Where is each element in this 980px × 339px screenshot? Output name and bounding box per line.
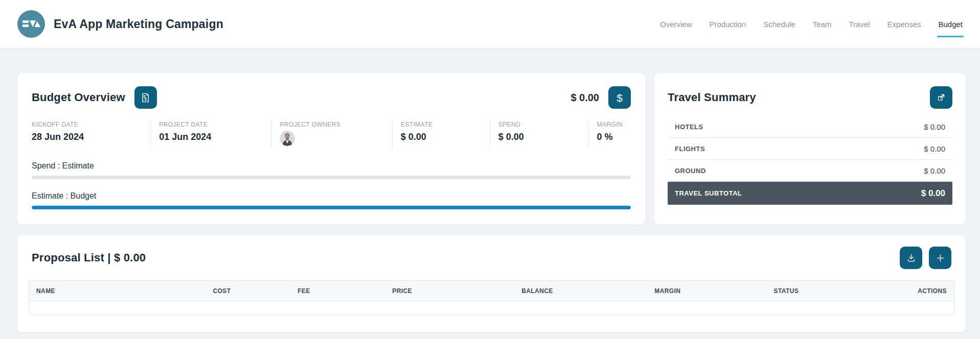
page-title: EvA App Marketing Campaign [54, 17, 223, 31]
travel-row-ground: GROUND $ 0.00 [668, 160, 952, 182]
progress-label: Spend : Estimate [32, 161, 631, 171]
proposal-actions [900, 247, 951, 269]
travel-row-hotels: HOTELS $ 0.00 [668, 116, 952, 138]
field-value: $ 0.00 [498, 132, 580, 142]
proposal-list-card: Proposal List | $ 0.00 [17, 235, 966, 332]
budget-total-amount: $ 0.00 [571, 92, 599, 104]
svg-text:$: $ [144, 96, 147, 102]
col-fee: FEE [298, 287, 392, 295]
budget-overview-card: Budget Overview $ [17, 73, 645, 225]
app-header: EvA App Marketing Campaign Overview Prod… [0, 0, 980, 49]
arrow-up-right-icon [936, 92, 946, 103]
col-price: PRICE [392, 287, 521, 295]
field-label: MARGIN [597, 121, 623, 128]
travel-rows: HOTELS $ 0.00 FLIGHTS $ 0.00 GROUND $ 0.… [668, 116, 952, 205]
subtotal-label: TRAVEL SUBTOTAL [675, 189, 742, 197]
field-value: 28 Jun 2024 [32, 132, 142, 142]
budget-info-row: KICKOFF DATE 28 Jun 2024 PROJECT DATE 01… [32, 120, 631, 149]
download-icon [906, 253, 917, 263]
estimate-budget-bar [32, 206, 631, 209]
budget-dollar-button[interactable]: $ [608, 86, 631, 109]
field-value: 01 Jun 2024 [159, 132, 263, 142]
col-cost: COST [213, 287, 298, 295]
field-label: PROJECT OWNERS [280, 121, 383, 128]
estimate-budget-progress: Estimate : Budget [32, 191, 631, 209]
row-value: $ 0.00 [924, 166, 945, 175]
brand: EvA App Marketing Campaign [17, 10, 223, 38]
row-value: $ 0.00 [924, 144, 945, 153]
margin-field: MARGIN 0 % [588, 120, 631, 149]
travel-open-button[interactable] [930, 86, 952, 109]
nav-production[interactable]: Production [709, 20, 746, 29]
nav-overview[interactable]: Overview [660, 20, 692, 29]
spend-field: SPEND $ 0.00 [490, 120, 588, 149]
dollar-icon: $ [617, 92, 623, 103]
col-margin: MARGIN [654, 287, 773, 295]
row-label: HOTELS [675, 123, 703, 131]
nav-travel[interactable]: Travel [849, 20, 870, 29]
estimate-field: ESTIMATE $ 0.00 [392, 120, 490, 149]
spend-estimate-progress: Spend : Estimate [32, 161, 631, 179]
main-nav: Overview Production Schedule Team Travel… [660, 20, 963, 29]
add-proposal-button[interactable] [929, 247, 951, 269]
travel-row-flights: FLIGHTS $ 0.00 [668, 138, 952, 160]
nav-budget[interactable]: Budget [938, 20, 963, 29]
proposal-table-header: NAME COST FEE PRICE BALANCE MARGIN STATU… [29, 281, 954, 301]
field-value: $ 0.00 [401, 132, 482, 142]
nav-expenses[interactable]: Expenses [887, 20, 921, 29]
row-label: GROUND [675, 167, 706, 175]
travel-subtotal-row: TRAVEL SUBTOTAL $ 0.00 [668, 182, 952, 205]
col-actions: ACTIONS [905, 287, 947, 295]
field-value: 0 % [597, 132, 623, 142]
kickoff-date-field: KICKOFF DATE 28 Jun 2024 [32, 120, 150, 149]
col-status: STATUS [774, 287, 905, 295]
progress-label: Estimate : Budget [32, 191, 631, 201]
download-button[interactable] [900, 247, 922, 269]
proposal-table-body [29, 301, 954, 314]
col-name: NAME [36, 287, 213, 295]
col-balance: BALANCE [521, 287, 654, 295]
project-owners-field: PROJECT OWNERS [271, 120, 392, 149]
field-label: KICKOFF DATE [32, 121, 142, 128]
row-label: FLIGHTS [675, 145, 705, 153]
invoice-dollar-icon: $ [140, 92, 151, 103]
invoice-button[interactable]: $ [134, 86, 157, 109]
nav-schedule[interactable]: Schedule [763, 20, 795, 29]
plus-icon [935, 253, 946, 263]
travel-summary-card: Travel Summary HOTELS $ 0.00 [654, 73, 966, 225]
owner-avatar [280, 131, 295, 146]
budget-overview-title: Budget Overview [32, 91, 125, 104]
row-value: $ 0.00 [924, 123, 945, 131]
eva-logo-icon [17, 10, 45, 38]
nav-team[interactable]: Team [813, 20, 832, 29]
subtotal-value: $ 0.00 [921, 188, 945, 199]
field-label: PROJECT DATE [159, 121, 263, 128]
proposal-list-title: Proposal List | $ 0.00 [32, 251, 146, 264]
project-date-field: PROJECT DATE 01 Jun 2024 [150, 120, 271, 149]
spend-estimate-bar [32, 176, 631, 179]
main-content: Budget Overview $ [0, 49, 980, 332]
field-label: SPEND [498, 121, 580, 128]
travel-summary-title: Travel Summary [668, 91, 756, 104]
field-label: ESTIMATE [401, 121, 482, 128]
proposal-table: NAME COST FEE PRICE BALANCE MARGIN STATU… [29, 280, 954, 315]
